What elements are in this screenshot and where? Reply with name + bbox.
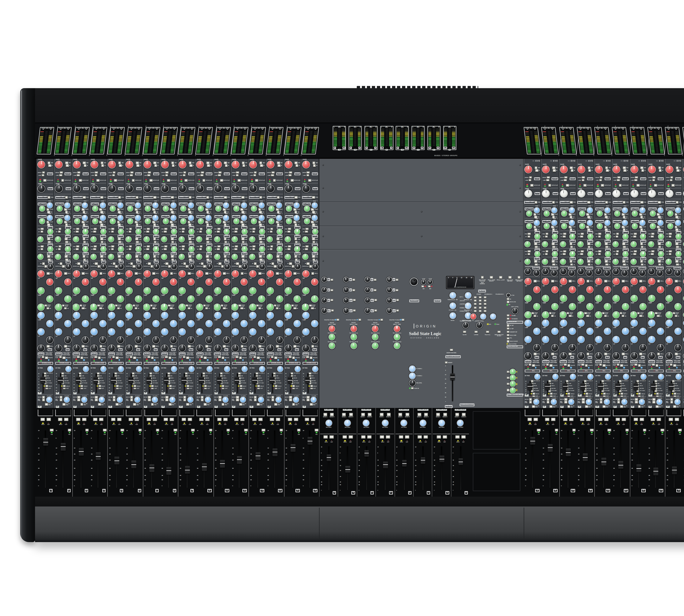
grn-knob[interactable] bbox=[667, 223, 673, 229]
route-button[interactable]: ROUTE bbox=[151, 357, 159, 359]
red-knob[interactable] bbox=[657, 286, 664, 293]
route-button[interactable]: ROUTE bbox=[549, 364, 557, 367]
in-button[interactable]: IN bbox=[270, 262, 274, 265]
solo-button[interactable] bbox=[234, 418, 239, 421]
red-knob[interactable] bbox=[232, 161, 239, 168]
sf-from-lf-button[interactable]: SF FROM LF bbox=[97, 372, 106, 374]
sf-button[interactable]: SF bbox=[596, 235, 601, 238]
sf-from-lf-button[interactable]: SF FROM LF bbox=[220, 372, 229, 374]
ins-pre-button[interactable]: INS PRE bbox=[126, 399, 133, 401]
blk-knob[interactable] bbox=[534, 344, 540, 351]
blu-knob[interactable] bbox=[83, 366, 89, 372]
pre-button[interactable]: PRE bbox=[640, 260, 646, 263]
grn-knob[interactable] bbox=[675, 303, 681, 310]
wht-knob[interactable] bbox=[595, 190, 602, 197]
blu-knob[interactable] bbox=[48, 366, 53, 372]
blu-knob[interactable]: PAN bbox=[100, 201, 106, 208]
line-button[interactable]: LINE bbox=[525, 179, 531, 181]
pre-button[interactable]: PRE bbox=[153, 196, 159, 199]
scribble-strip[interactable] bbox=[250, 410, 265, 416]
blu-knob[interactable] bbox=[144, 312, 150, 318]
to-foldback-a-knob[interactable]: TO F/BACK A bbox=[349, 332, 358, 340]
red-knob[interactable] bbox=[311, 279, 318, 285]
mix-insert-button[interactable]: INSERT bbox=[445, 361, 452, 364]
blu-knob[interactable] bbox=[605, 374, 611, 379]
blu-knob[interactable] bbox=[535, 374, 540, 379]
fader-cap[interactable] bbox=[79, 448, 84, 456]
sf-button[interactable]: SF bbox=[596, 253, 601, 255]
line-button[interactable]: LINE bbox=[631, 179, 638, 181]
grn-knob[interactable] bbox=[38, 304, 44, 310]
grn-knob[interactable] bbox=[223, 295, 230, 302]
blk-knob[interactable] bbox=[285, 345, 291, 351]
wht-knob[interactable] bbox=[666, 190, 673, 197]
blu-knob[interactable] bbox=[55, 312, 62, 318]
grn-knob[interactable] bbox=[143, 304, 150, 310]
lf-pan-knob[interactable]: LF PAN bbox=[258, 395, 264, 403]
pre-button[interactable]: PRE bbox=[135, 256, 141, 258]
ins-pre-button[interactable]: INS PRE bbox=[55, 399, 63, 401]
red-knob[interactable] bbox=[542, 166, 549, 173]
lf-pan-knob[interactable]: LF PAN bbox=[82, 395, 87, 403]
grn-knob[interactable] bbox=[64, 295, 71, 302]
solo-button[interactable] bbox=[217, 418, 222, 421]
line-button[interactable]: LINE bbox=[197, 174, 203, 176]
ins-pre-button[interactable]: INS PRE bbox=[73, 399, 80, 401]
lf-pan-knob[interactable]: LF PAN bbox=[46, 395, 52, 403]
drive-button[interactable]: DRIVE bbox=[250, 171, 257, 174]
sf-button[interactable]: SF bbox=[65, 241, 70, 243]
post-button[interactable]: POST bbox=[117, 208, 124, 211]
bell-button[interactable]: BELL bbox=[135, 345, 141, 348]
blk-knob[interactable] bbox=[525, 268, 531, 274]
pre-button[interactable]: PRE bbox=[676, 260, 681, 263]
scribble-strip[interactable] bbox=[525, 410, 540, 416]
fader-cap[interactable] bbox=[150, 464, 154, 472]
to-foldback-a-knob[interactable]: TO F/BACK A bbox=[371, 332, 380, 340]
grn-knob[interactable] bbox=[312, 229, 318, 235]
pre-button[interactable]: PRE bbox=[595, 250, 601, 252]
balance-knob[interactable]: BALANCE bbox=[326, 420, 332, 427]
grn-knob[interactable] bbox=[560, 241, 566, 247]
route-button[interactable]: ROUTE bbox=[620, 364, 628, 367]
grn-knob[interactable] bbox=[605, 234, 611, 239]
grn-knob[interactable] bbox=[126, 304, 132, 310]
grn-knob[interactable] bbox=[74, 218, 80, 224]
drive-button[interactable]: DRIVE bbox=[578, 176, 585, 178]
drive-button[interactable]: DRIVE bbox=[560, 176, 567, 178]
red-knob[interactable] bbox=[232, 270, 238, 277]
grn-knob[interactable] bbox=[277, 229, 282, 235]
ins-pre-button[interactable]: INS PRE bbox=[267, 399, 274, 401]
blk-knob[interactable] bbox=[258, 336, 265, 343]
zero-db-button[interactable]: 0dB bbox=[643, 429, 646, 435]
fader-cap[interactable] bbox=[96, 453, 101, 460]
lf-to-mix-button[interactable]: LF TO MIX bbox=[168, 403, 177, 405]
fader-cap[interactable] bbox=[131, 461, 136, 468]
comms-matrix-button[interactable] bbox=[484, 310, 486, 312]
line-button[interactable]: LINE bbox=[666, 179, 673, 181]
solo-button[interactable] bbox=[527, 418, 532, 421]
cut-button[interactable] bbox=[424, 435, 428, 439]
bus-trim-knob[interactable] bbox=[387, 288, 391, 292]
blu-knob[interactable]: PAN bbox=[534, 218, 540, 225]
pre-button[interactable]: PRE bbox=[676, 201, 682, 203]
grn-knob[interactable] bbox=[198, 206, 204, 211]
fader-cap[interactable] bbox=[235, 377, 240, 383]
blk-knob[interactable] bbox=[675, 270, 681, 276]
red-knob[interactable] bbox=[267, 161, 274, 168]
lf-to-mix-button[interactable]: LF TO MIX bbox=[63, 403, 71, 405]
lf-to-mix-button[interactable]: LF TO MIX bbox=[222, 403, 230, 405]
mono-l-button[interactable]: MONO L bbox=[361, 413, 365, 417]
zero-db-button[interactable]: 0dB bbox=[608, 429, 611, 435]
to-foldback-b-knob[interactable]: TO F/BACK B bbox=[328, 341, 336, 349]
path-flip-button[interactable]: PATH FLIP bbox=[267, 265, 277, 268]
path-flip-button[interactable]: PATH FLIP bbox=[185, 304, 195, 307]
grn-knob[interactable] bbox=[171, 229, 177, 235]
cut-button[interactable] bbox=[405, 435, 409, 439]
post-button[interactable]: POST bbox=[187, 221, 195, 223]
blu-knob[interactable] bbox=[569, 328, 575, 334]
afl-button[interactable] bbox=[507, 383, 509, 385]
blu-knob[interactable] bbox=[117, 320, 124, 327]
balance-knob[interactable] bbox=[326, 420, 332, 426]
48v-button[interactable]: 48V bbox=[605, 167, 611, 169]
lf-pan-knob[interactable]: LF PAN bbox=[311, 395, 317, 403]
